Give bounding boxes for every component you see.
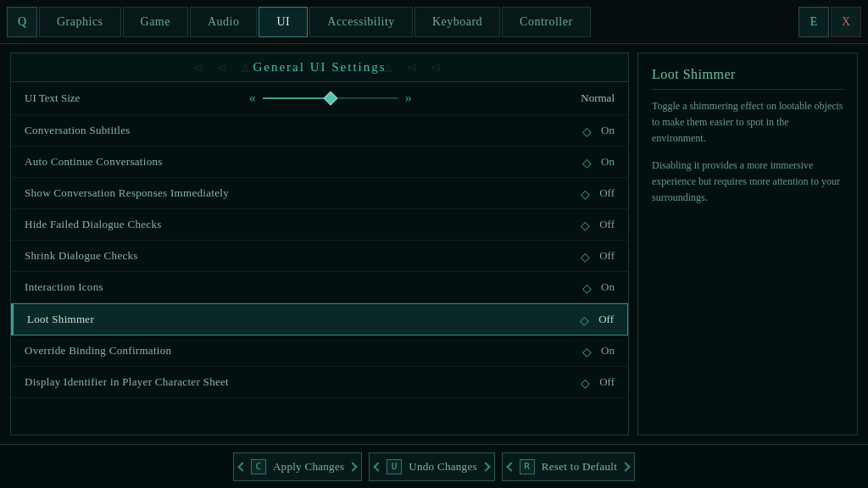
ui-text-size-row[interactable]: UI Text Size « » Normal	[11, 82, 628, 115]
slider-fill	[263, 97, 331, 99]
diamond-icon	[581, 376, 593, 388]
q-corner-button[interactable]: Q	[7, 7, 37, 37]
close-button[interactable]: X	[831, 7, 861, 37]
setting-row-conversation-subtitles[interactable]: Conversation Subtitles On	[11, 115, 628, 147]
undo-label: Undo Changes	[409, 460, 477, 474]
slider-thumb[interactable]	[323, 92, 337, 106]
setting-label: Show Conversation Responses Immediately	[25, 186, 229, 200]
diamond-icon	[580, 313, 592, 325]
diamond-icon	[582, 345, 594, 357]
panel-header: General UI Settings	[11, 53, 628, 82]
apply-label: Apply Changes	[273, 460, 344, 474]
setting-value: On	[582, 344, 615, 358]
main-content: General UI Settings UI Text Size « » Nor…	[0, 44, 868, 444]
reset-key: R	[520, 459, 535, 474]
setting-row-override-binding[interactable]: Override Binding Confirmation On	[11, 336, 628, 367]
settings-panel: General UI Settings UI Text Size « » Nor…	[10, 53, 629, 435]
diamond-icon	[582, 125, 594, 136]
setting-value: On	[582, 280, 615, 294]
setting-row-shrink-dialogue[interactable]: Shrink Dialogue Checks Off	[11, 241, 628, 272]
setting-label: Interaction Icons	[25, 280, 103, 294]
q-label: Q	[18, 15, 26, 29]
diamond-icon	[581, 250, 593, 262]
reset-to-default-button[interactable]: R Reset to Default	[502, 452, 635, 481]
setting-value: On	[582, 155, 615, 169]
setting-row-loot-shimmer[interactable]: Loot Shimmer Off	[11, 303, 628, 336]
setting-row-auto-continue[interactable]: Auto Continue Conversations On	[11, 147, 628, 178]
undo-key: U	[387, 459, 402, 474]
apply-key: C	[251, 459, 266, 474]
slider-container[interactable]: « »	[249, 91, 412, 106]
bottom-bar: C Apply Changes U Undo Changes R Reset t…	[0, 444, 868, 488]
info-text-1: Toggle a shimmering effect on lootable o…	[652, 98, 843, 147]
diamond-icon	[582, 281, 594, 293]
setting-label: Loot Shimmer	[27, 313, 94, 326]
setting-label: Conversation Subtitles	[25, 124, 131, 137]
setting-value: Off	[581, 218, 615, 231]
slider-left-arrow[interactable]: «	[249, 91, 256, 106]
setting-label: Shrink Dialogue Checks	[25, 249, 138, 263]
setting-value: Off	[581, 375, 615, 389]
tab-controller[interactable]: Controller	[502, 7, 591, 37]
diamond-icon	[581, 187, 593, 199]
info-text-2: Disabling it provides a more immersive e…	[652, 158, 843, 207]
diamond-icon	[582, 156, 594, 168]
setting-row-display-identifier[interactable]: Display Identifier in Player Character S…	[11, 367, 628, 398]
setting-label: Display Identifier in Player Character S…	[25, 375, 229, 389]
tab-graphics[interactable]: Graphics	[39, 7, 121, 37]
e-corner-button[interactable]: E	[798, 7, 829, 37]
nav-bar: Q Graphics Game Audio UI Accessibility K…	[0, 0, 868, 44]
info-title: Loot Shimmer	[652, 67, 843, 90]
undo-changes-button[interactable]: U Undo Changes	[369, 452, 495, 481]
tab-ui[interactable]: UI	[259, 7, 308, 37]
diamond-icon	[581, 219, 593, 230]
tab-keyboard[interactable]: Keyboard	[415, 7, 500, 37]
panel-title: General UI Settings	[253, 60, 386, 74]
apply-changes-button[interactable]: C Apply Changes	[233, 452, 362, 481]
setting-value: Off	[581, 186, 615, 200]
slider-value: Normal	[581, 92, 615, 105]
reset-label: Reset to Default	[542, 460, 617, 474]
setting-value: On	[582, 124, 615, 137]
slider-track[interactable]	[263, 97, 398, 99]
e-label: E	[810, 15, 818, 29]
setting-value: Off	[581, 249, 615, 263]
settings-list[interactable]: UI Text Size « » Normal Conversation Sub…	[11, 82, 628, 430]
slider-right-arrow[interactable]: »	[405, 91, 412, 106]
slider-label: UI Text Size	[25, 92, 80, 105]
setting-label: Override Binding Confirmation	[25, 344, 171, 358]
tab-game[interactable]: Game	[123, 7, 188, 37]
setting-row-show-responses[interactable]: Show Conversation Responses Immediately …	[11, 178, 628, 209]
close-label: X	[842, 15, 850, 29]
tab-accessibility[interactable]: Accessibility	[309, 7, 413, 37]
setting-label: Hide Failed Dialogue Checks	[25, 218, 162, 231]
setting-value: Off	[580, 313, 614, 326]
setting-row-interaction-icons[interactable]: Interaction Icons On	[11, 272, 628, 303]
info-panel: Loot Shimmer Toggle a shimmering effect …	[637, 53, 858, 435]
setting-row-hide-failed[interactable]: Hide Failed Dialogue Checks Off	[11, 209, 628, 241]
setting-label: Auto Continue Conversations	[25, 155, 163, 169]
tab-audio[interactable]: Audio	[190, 7, 258, 37]
